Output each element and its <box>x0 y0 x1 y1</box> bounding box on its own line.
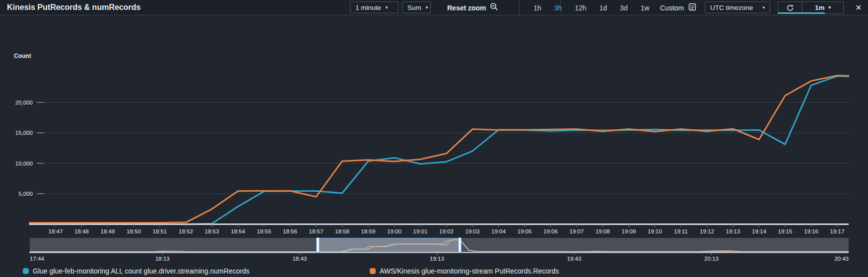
x-tick-label: 19:16 <box>804 228 818 234</box>
overview-tick-label: 17:44 <box>30 256 44 262</box>
overview-tick-label: 20:13 <box>704 256 719 262</box>
zoom-out-icon <box>490 2 498 13</box>
range-button-1w[interactable]: 1w <box>634 4 656 12</box>
x-tick-label: 18:55 <box>257 228 271 234</box>
range-button-3h[interactable]: 3h <box>548 4 569 12</box>
overview-tick-label: 18:43 <box>292 256 307 262</box>
x-tick-label: 18:58 <box>335 228 349 234</box>
x-tick-label: 18:49 <box>101 228 115 234</box>
x-tick-label: 19:04 <box>491 228 506 234</box>
range-button-12h[interactable]: 12h <box>568 4 593 12</box>
x-tick-label: 19:09 <box>622 228 636 234</box>
x-tick-label: 19:12 <box>700 228 714 234</box>
x-tick-label: 19:08 <box>596 228 610 234</box>
x-tick-label: 18:50 <box>127 228 141 234</box>
y-axis-title: Count <box>14 53 31 59</box>
refresh-button[interactable] <box>778 2 802 13</box>
toolbar: Kinesis PutRecords & numRecords 1 minute… <box>0 0 868 15</box>
x-tick-label: 18:57 <box>309 228 324 234</box>
legend-label: AWS/Kinesis glue-monitoring-stream PutRe… <box>380 267 559 275</box>
period-dropdown[interactable]: 1 minute ▾ <box>350 1 399 13</box>
toolbar-separator <box>519 0 520 15</box>
chevron-down-icon: ▾ <box>762 5 765 10</box>
refresh-interval-value: 1m <box>815 4 825 11</box>
reset-zoom-label: Reset zoom <box>447 4 486 12</box>
close-icon[interactable]: ✕ <box>852 0 865 15</box>
x-tick-label: 18:56 <box>283 228 297 234</box>
x-tick-label: 19:02 <box>439 228 454 234</box>
overview-series-orange <box>30 240 849 252</box>
x-tick-label: 19:15 <box>778 228 793 234</box>
legend-item-numrecords[interactable]: Glue glue-feb-monitoring ALL count glue.… <box>23 267 250 275</box>
refresh-icon <box>786 4 794 12</box>
statistic-value: Sum <box>407 4 421 11</box>
timezone-dropdown[interactable]: UTC timezone ▾ <box>705 1 770 13</box>
auto-refresh-control: 1m ▾ <box>778 1 844 14</box>
x-tick-label: 19:06 <box>543 228 558 234</box>
refresh-progress-bar <box>778 12 825 14</box>
chevron-down-icon: ▾ <box>386 5 388 10</box>
legend-swatch-blue <box>23 268 29 274</box>
widget-title: Kinesis PutRecords & numRecords <box>7 0 140 15</box>
x-tick-label: 18:48 <box>74 228 89 234</box>
metric-widget: 5,00010,00015,00020,00018:4718:4818:4918… <box>0 0 868 277</box>
x-tick-label: 18:51 <box>153 228 167 234</box>
x-tick-label: 19:13 <box>726 228 740 234</box>
x-tick-label: 19:05 <box>518 228 532 234</box>
chevron-down-icon: ▾ <box>828 5 831 10</box>
timezone-value: UTC timezone <box>710 4 753 11</box>
x-tick-label: 18:54 <box>231 228 245 234</box>
legend-swatch-orange <box>370 268 376 274</box>
refresh-interval-dropdown[interactable]: 1m ▾ <box>802 2 843 13</box>
custom-range-button[interactable]: Custom <box>660 0 696 15</box>
x-tick-label: 19:01 <box>413 228 428 234</box>
x-tick-label: 19:17 <box>830 228 845 234</box>
overview-tick-label: 19:43 <box>567 256 582 262</box>
overview-tick-label: 18:13 <box>155 256 170 262</box>
period-value: 1 minute <box>355 4 381 11</box>
statistic-dropdown[interactable]: Sum ▾ <box>402 1 431 13</box>
calendar-icon <box>688 3 696 12</box>
range-button-3d[interactable]: 3d <box>613 4 634 12</box>
overview-right-handle[interactable] <box>458 237 462 253</box>
x-tick-label: 19:10 <box>648 228 662 234</box>
x-tick-label: 19:14 <box>752 228 766 234</box>
x-tick-label: 19:11 <box>674 228 688 234</box>
reset-zoom-button[interactable]: Reset zoom <box>447 0 498 15</box>
x-tick-label: 19:03 <box>466 228 480 234</box>
x-tick-label: 19:07 <box>570 228 584 234</box>
overview-tick-label: 20:43 <box>834 256 849 262</box>
custom-label: Custom <box>660 4 684 12</box>
overview-left-handle[interactable] <box>316 237 320 253</box>
x-tick-label: 19:00 <box>387 228 401 234</box>
range-buttons: 1h3h12h1d3d1w <box>527 0 656 15</box>
plot-area[interactable] <box>30 48 849 224</box>
legend-label: Glue glue-feb-monitoring ALL count glue.… <box>33 267 250 275</box>
range-button-1d[interactable]: 1d <box>593 4 614 12</box>
overview-tick-label: 19:13 <box>430 256 444 262</box>
x-tick-label: 18:59 <box>361 228 376 234</box>
x-tick-label: 18:47 <box>49 228 63 234</box>
overview-series-blue <box>30 240 849 252</box>
range-button-1h[interactable]: 1h <box>527 4 548 12</box>
legend-item-putrecords[interactable]: AWS/Kinesis glue-monitoring-stream PutRe… <box>370 267 559 275</box>
chevron-down-icon: ▾ <box>426 5 428 10</box>
x-tick-label: 18:53 <box>205 228 219 234</box>
x-tick-label: 18:52 <box>179 228 193 234</box>
